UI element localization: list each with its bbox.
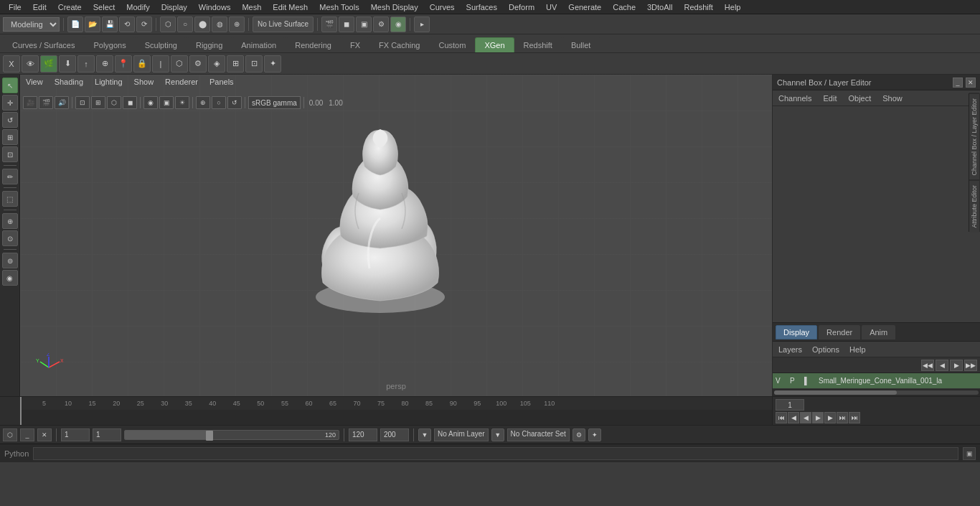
vp-menu-show[interactable]: Show — [131, 76, 157, 88]
scale-tool-2[interactable]: ⊡ — [2, 146, 18, 162]
cb-menu-edit[interactable]: Edit — [820, 93, 839, 104]
open-file-btn[interactable]: 📂 — [85, 17, 100, 32]
tab-bullet[interactable]: Bullet — [562, 37, 600, 52]
char-set-dropdown[interactable]: No Character Set — [507, 428, 570, 441]
play-back-btn[interactable]: ◀ — [800, 412, 811, 423]
vp-refresh-btn[interactable]: ↺ — [227, 96, 242, 109]
vp-menu-panels[interactable]: Panels — [207, 76, 237, 88]
le-btn-3[interactable]: ▶ — [950, 360, 963, 371]
marquee-tool[interactable]: ⬚ — [2, 191, 18, 207]
menu-generate[interactable]: Generate — [562, 1, 607, 13]
vp-cam-btn[interactable]: 🎥 — [23, 96, 37, 109]
tab-animation[interactable]: Animation — [232, 37, 286, 52]
le-tab-anim[interactable]: Anim — [862, 325, 895, 339]
redo-btn[interactable]: ⟳ — [136, 17, 152, 32]
vp-menu-shading[interactable]: Shading — [52, 76, 86, 88]
vp-grid-btn[interactable]: ⊞ — [91, 96, 105, 109]
tab-redshift[interactable]: Redshift — [514, 37, 562, 52]
menu-mesh-display[interactable]: Mesh Display — [365, 1, 424, 13]
menu-redshift[interactable]: Redshift — [678, 1, 718, 13]
next-frame-btn[interactable]: ▶ — [824, 412, 836, 423]
workspace-dropdown[interactable]: Modeling — [3, 17, 60, 32]
le-btn-2[interactable]: ◀ — [936, 360, 948, 371]
menu-edit-mesh[interactable]: Edit Mesh — [267, 1, 314, 13]
xgen-btn-1[interactable]: X — [3, 55, 20, 72]
le-btn-1[interactable]: ◀◀ — [921, 360, 934, 371]
soft-select-btn[interactable]: ◍ — [212, 17, 227, 32]
vp-dof-btn[interactable]: ○ — [212, 96, 226, 109]
new-file-btn[interactable]: 📄 — [67, 17, 83, 32]
prev-key-btn[interactable]: ⏮ — [776, 412, 787, 423]
char-set-dropdown-icon[interactable]: ▼ — [491, 428, 504, 441]
menu-windows[interactable]: Windows — [193, 1, 237, 13]
cb-menu-show[interactable]: Show — [880, 93, 905, 104]
last-frame-btn[interactable]: ⏭ — [849, 412, 860, 423]
anim-layer-dropdown-icon[interactable]: ▼ — [418, 428, 431, 441]
prev-frame-btn[interactable]: ◀ — [788, 412, 799, 423]
xgen-btn-10[interactable]: ⬡ — [171, 55, 188, 72]
frame-slider[interactable]: 120 — [124, 430, 339, 440]
current-frame-field[interactable] — [776, 399, 804, 411]
xgen-btn-6[interactable]: ⊕ — [96, 55, 113, 72]
isolate-btn[interactable]: ◉ — [2, 270, 18, 286]
vp-solid-btn[interactable]: ◼ — [123, 96, 137, 109]
win-btn-min[interactable]: _ — [20, 428, 34, 441]
playback-start-field[interactable] — [349, 428, 377, 441]
vp-menu-renderer[interactable]: Renderer — [162, 76, 201, 88]
paint-brush-tool[interactable]: ✏ — [2, 169, 18, 184]
frame-start-field[interactable] — [61, 428, 90, 441]
xgen-btn-15[interactable]: ✦ — [264, 55, 281, 72]
xgen-btn-13[interactable]: ⊞ — [227, 55, 244, 72]
vp-aa-btn[interactable]: ⊕ — [196, 96, 210, 109]
le-btn-4[interactable]: ▶▶ — [964, 360, 977, 371]
vp-menu-lighting[interactable]: Lighting — [92, 76, 126, 88]
le-menu-options[interactable]: Options — [809, 344, 842, 355]
python-label[interactable]: Python — [4, 449, 29, 458]
menu-file[interactable]: File — [3, 1, 27, 13]
char-set-btn-2[interactable]: ✦ — [588, 428, 601, 441]
vp-iso-btn[interactable]: ⊡ — [75, 96, 90, 109]
cb-menu-channels[interactable]: Channels — [776, 93, 814, 104]
menu-mesh-tools[interactable]: Mesh Tools — [314, 1, 364, 13]
tab-polygons[interactable]: Polygons — [84, 37, 135, 52]
cb-minimize-btn[interactable]: _ — [953, 78, 963, 88]
seq-btn[interactable]: ▣ — [356, 17, 372, 32]
snap-curve-btn[interactable]: ⊙ — [2, 230, 18, 246]
xgen-btn-5[interactable]: ↑ — [77, 55, 95, 72]
snap-grid-btn[interactable]: ⊕ — [2, 213, 18, 229]
menu-help[interactable]: Help — [719, 1, 747, 13]
menu-cache[interactable]: Cache — [607, 1, 641, 13]
vp-audio-btn[interactable]: 🔊 — [55, 96, 69, 109]
menu-modify[interactable]: Modify — [121, 1, 155, 13]
python-run-btn[interactable]: ▣ — [963, 447, 976, 460]
cb-close-btn[interactable]: ✕ — [966, 78, 976, 88]
anim-layer-dropdown[interactable]: No Anim Layer — [434, 428, 489, 441]
playback-end-field[interactable] — [380, 428, 409, 441]
layer-row[interactable]: V P ▌ Small_Meringue_Cone_Vanilla_001_la — [773, 373, 980, 389]
vp-light-btn[interactable]: ☀ — [175, 96, 189, 109]
lasso-btn[interactable]: ○ — [177, 17, 193, 32]
xgen-btn-9[interactable]: | — [152, 55, 169, 72]
next-key-btn[interactable]: ⏭ — [837, 412, 848, 423]
menu-surfaces[interactable]: Surfaces — [461, 1, 503, 13]
render-sphere-btn[interactable]: ◉ — [390, 17, 406, 32]
le-tab-render[interactable]: Render — [819, 325, 860, 339]
move-tool[interactable]: ✛ — [2, 95, 18, 111]
play-fwd-btn[interactable]: ▶ — [812, 412, 824, 423]
char-set-btn-1[interactable]: ⚙ — [573, 428, 585, 441]
tab-fx-caching[interactable]: FX Caching — [369, 37, 429, 52]
menu-select[interactable]: Select — [88, 1, 121, 13]
layer-scrollbar[interactable] — [773, 389, 980, 396]
menu-edit[interactable]: Edit — [27, 1, 52, 13]
tab-fx[interactable]: FX — [341, 37, 369, 52]
save-file-btn[interactable]: 💾 — [102, 17, 118, 32]
menu-mesh[interactable]: Mesh — [236, 1, 267, 13]
layer-scroll-track[interactable] — [774, 390, 979, 395]
no-live-surface-btn[interactable]: No Live Surface — [253, 17, 314, 32]
xgen-btn-8[interactable]: 🔒 — [133, 55, 151, 72]
xgen-btn-4[interactable]: ⬇ — [59, 55, 76, 72]
rotate-tool[interactable]: ↺ — [2, 112, 18, 128]
tab-sculpting[interactable]: Sculpting — [136, 37, 187, 52]
scale-tool[interactable]: ⊞ — [2, 129, 18, 145]
xgen-btn-7[interactable]: 📍 — [115, 55, 132, 72]
